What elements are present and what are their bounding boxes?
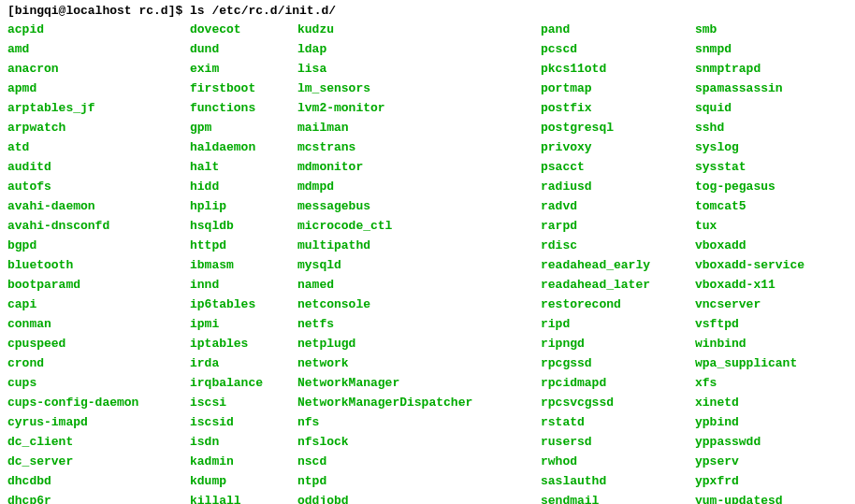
service-entry: vboxadd [695, 236, 804, 255]
service-entry: nscd [297, 452, 541, 471]
service-entry: dc_client [7, 432, 190, 452]
service-entry: sysstat [695, 157, 804, 177]
service-entry: NetworkManager [297, 373, 541, 393]
service-entry: ypbind [695, 412, 804, 432]
service-entry: haldaemon [190, 137, 297, 157]
service-entry: microcode_ctl [297, 216, 541, 236]
service-entry: rpcidmapd [541, 373, 695, 393]
service-entry: vboxadd-service [695, 255, 804, 275]
service-entry: irda [190, 353, 297, 373]
service-entry: acpid [7, 20, 190, 39]
service-entry: mcstrans [297, 137, 541, 157]
service-entry: ip6tables [190, 295, 297, 314]
service-entry: cups-config-daemon [7, 393, 190, 412]
service-entry: nfslock [297, 432, 541, 452]
service-entry: nfs [297, 412, 541, 432]
service-entry: vsftpd [695, 314, 804, 334]
service-entry: dhcp6r [7, 491, 190, 504]
service-entry: rdisc [541, 236, 695, 255]
service-entry: network [297, 353, 541, 373]
service-entry: lm_sensors [297, 79, 541, 98]
service-entry: mdmpd [297, 177, 541, 196]
service-entry: iptables [190, 334, 297, 353]
service-entry: rarpd [541, 216, 695, 236]
shell-prompt: [bingqi@localhost rc.d]$ [7, 4, 190, 18]
service-entry: ypserv [695, 452, 804, 471]
service-entry: restorecond [541, 295, 695, 314]
service-entry: autofs [7, 177, 190, 196]
output-column-1: acpidamdanacronapmdarptables_jfarpwatcha… [7, 20, 190, 504]
service-entry: hidd [190, 177, 297, 196]
service-entry: sshd [695, 118, 804, 137]
service-entry: postgresql [541, 118, 695, 137]
output-column-4: pandpcscdpkcs11otdportmappostfixpostgres… [541, 20, 695, 504]
service-entry: killall [190, 491, 297, 504]
service-entry: kadmin [190, 452, 297, 471]
service-entry: wpa_supplicant [695, 353, 804, 373]
service-entry: firstboot [190, 79, 297, 98]
service-entry: netplugd [297, 334, 541, 353]
service-entry: vncserver [695, 295, 804, 314]
service-entry: kdump [190, 471, 297, 491]
service-entry: iscsid [190, 412, 297, 432]
service-entry: hplip [190, 196, 297, 216]
service-entry: dund [190, 39, 297, 59]
service-entry: smb [695, 20, 804, 39]
service-entry: readahead_early [541, 255, 695, 275]
service-entry: yppasswdd [695, 432, 804, 452]
service-entry: rwhod [541, 452, 695, 471]
ls-output: acpidamdanacronapmdarptables_jfarpwatcha… [7, 20, 848, 504]
service-entry: exim [190, 59, 297, 79]
service-entry: pand [541, 20, 695, 39]
service-entry: functions [190, 98, 297, 118]
service-entry: saslauthd [541, 471, 695, 491]
service-entry: lvm2-monitor [297, 98, 541, 118]
service-entry: named [297, 275, 541, 295]
service-entry: ibmasm [190, 255, 297, 275]
service-entry: pcscd [541, 39, 695, 59]
service-entry: ypxfrd [695, 471, 804, 491]
service-entry: netconsole [297, 295, 541, 314]
service-entry: tux [695, 216, 804, 236]
output-column-3: kudzuldaplisalm_sensorslvm2-monitormailm… [297, 20, 541, 504]
service-entry: conman [7, 314, 190, 334]
service-entry: mailman [297, 118, 541, 137]
shell-command: ls /etc/rc.d/init.d/ [190, 4, 336, 18]
terminal-prompt-line: [bingqi@localhost rc.d]$ ls /etc/rc.d/in… [7, 4, 848, 18]
service-entry: xinetd [695, 393, 804, 412]
service-entry: mysqld [297, 255, 541, 275]
service-entry: rpcsvcgssd [541, 393, 695, 412]
service-entry: dovecot [190, 20, 297, 39]
service-entry: messagebus [297, 196, 541, 216]
service-entry: bootparamd [7, 275, 190, 295]
service-entry: avahi-dnsconfd [7, 216, 190, 236]
service-entry: vboxadd-x11 [695, 275, 804, 295]
service-entry: spamassassin [695, 79, 804, 98]
service-entry: httpd [190, 236, 297, 255]
service-entry: mdmonitor [297, 157, 541, 177]
service-entry: tog-pegasus [695, 177, 804, 196]
service-entry: ntpd [297, 471, 541, 491]
service-entry: hsqldb [190, 216, 297, 236]
service-entry: arpwatch [7, 118, 190, 137]
service-entry: sendmail [541, 491, 695, 504]
service-entry: NetworkManagerDispatcher [297, 393, 541, 412]
service-entry: gpm [190, 118, 297, 137]
service-entry: syslog [695, 137, 804, 157]
service-entry: yum-updatesd [695, 491, 804, 504]
service-entry: bgpd [7, 236, 190, 255]
service-entry: psacct [541, 157, 695, 177]
service-entry: anacron [7, 59, 190, 79]
service-entry: amd [7, 39, 190, 59]
service-entry: avahi-daemon [7, 196, 190, 216]
service-entry: rstatd [541, 412, 695, 432]
service-entry: ldap [297, 39, 541, 59]
service-entry: rusersd [541, 432, 695, 452]
service-entry: xfs [695, 373, 804, 393]
service-entry: squid [695, 98, 804, 118]
service-entry: apmd [7, 79, 190, 98]
service-entry: snmpd [695, 39, 804, 59]
service-entry: snmptrapd [695, 59, 804, 79]
service-entry: privoxy [541, 137, 695, 157]
service-entry: multipathd [297, 236, 541, 255]
